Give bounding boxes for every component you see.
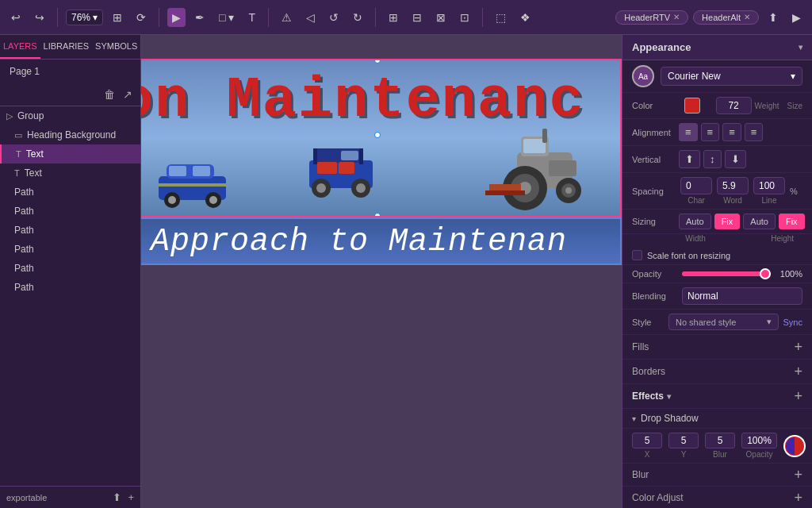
svg-point-18 [209, 196, 217, 204]
scale-font-label: Scale font on resizing [647, 251, 730, 260]
line-spacing-input[interactable] [753, 177, 785, 194]
ds-color-swatch[interactable] [783, 435, 806, 457]
pen-tool-button[interactable]: ✒ [190, 8, 209, 27]
sync-button[interactable]: Sync [783, 318, 802, 327]
add-border-button[interactable]: + [794, 364, 802, 379]
fit-screen-button[interactable]: ⊞ [108, 8, 127, 27]
ds-y-input[interactable] [668, 433, 699, 448]
vertical-top-button[interactable]: ⬆ [679, 150, 700, 168]
rotate-cw-button[interactable]: ↻ [348, 8, 367, 27]
style-select[interactable]: No shared style ▾ [668, 314, 779, 330]
delete-layer-button[interactable]: 🗑 [102, 87, 117, 102]
layer-path-1[interactable]: Path [0, 183, 140, 202]
mask-button[interactable]: ⬚ [491, 8, 511, 27]
svg-point-4 [316, 183, 326, 193]
warning-button[interactable]: ⚠ [277, 8, 297, 27]
add-fill-button[interactable]: + [794, 340, 802, 354]
rotate-ccw-button[interactable]: ↺ [324, 8, 343, 27]
font-family-select[interactable]: Courier New ▾ [661, 67, 802, 86]
tab-layers[interactable]: LAYERS [0, 35, 40, 59]
subtract-button[interactable]: ⊟ [408, 8, 427, 27]
opacity-value: 100% [777, 269, 802, 279]
align-left-button[interactable]: ≡ [679, 123, 698, 141]
right-panel: Appearance ▾ Aa Courier New ▾ Color Weig… [622, 35, 812, 508]
intersect-button[interactable]: ⊠ [431, 8, 450, 27]
layer-path-4[interactable]: Path [0, 240, 140, 259]
component-button[interactable]: ❖ [515, 8, 535, 27]
fills-label: Fills [632, 341, 649, 352]
add-color-adjust-button[interactable]: + [794, 491, 802, 505]
tab-libraries[interactable]: LIBRARIES [40, 35, 92, 59]
export-add-button[interactable]: ⬆ [113, 491, 121, 503]
svg-rect-30 [542, 129, 547, 143]
union-button[interactable]: ⊞ [384, 8, 403, 27]
svg-rect-2 [341, 151, 358, 160]
page-1-item[interactable]: Page 1 [0, 60, 140, 83]
borders-row[interactable]: Borders + [622, 360, 812, 384]
vertical-bot-button[interactable]: ⬇ [725, 150, 746, 168]
word-spacing-input[interactable] [717, 177, 749, 194]
layer-heading-bg[interactable]: ▭ Heading Background [0, 125, 140, 144]
opacity-thumb[interactable] [760, 268, 771, 279]
align-right-button[interactable]: ≡ [722, 123, 741, 141]
add-layer-button[interactable]: ↗ [121, 87, 134, 102]
layer-path-3[interactable]: Path [0, 221, 140, 240]
redo-button[interactable]: ↪ [30, 8, 49, 27]
layer-path-6-label: Path [14, 282, 34, 293]
font-size-input[interactable] [716, 97, 752, 114]
tab-headeralt[interactable]: HeaderAlt ✕ [693, 10, 759, 25]
export-icon-button[interactable]: ⬆ [764, 8, 783, 27]
layer-path-5[interactable]: Path [0, 259, 140, 278]
color-swatch[interactable] [684, 98, 700, 114]
vertical-mid-button[interactable]: ↕ [703, 150, 722, 168]
width-fix-button[interactable]: Fix [714, 214, 741, 229]
width-auto-button[interactable]: Auto [679, 214, 711, 229]
svg-rect-23 [549, 160, 576, 176]
selection-handle-mid[interactable] [374, 132, 381, 138]
blending-select[interactable]: Normal Multiply Screen Overlay [682, 287, 802, 305]
scale-font-checkbox[interactable] [632, 250, 642, 260]
select-tool-button[interactable]: ▶ [167, 8, 186, 27]
add-effect-button[interactable]: + [794, 389, 802, 403]
opacity-slider[interactable] [682, 271, 771, 276]
drop-shadow-row[interactable]: ▾ Drop Shadow [622, 409, 812, 429]
flip-h-button[interactable]: ◁ [301, 8, 320, 27]
tab-headerrtv[interactable]: HeaderRTV ✕ [615, 10, 688, 25]
selection-handle-top[interactable] [374, 59, 381, 64]
export-plus-button[interactable]: + [128, 491, 134, 503]
align-justify-button[interactable]: ≡ [745, 123, 764, 141]
layer-group[interactable]: ▷ Group [0, 106, 140, 125]
tab-headerrtv-close[interactable]: ✕ [673, 13, 680, 21]
rotate-button[interactable]: ⟳ [132, 8, 151, 27]
layer-text-1-label: Text [26, 148, 44, 160]
effects-header: Effects ▾ + [622, 384, 812, 409]
canvas-area[interactable]: on Maintenanc [141, 35, 622, 508]
layer-text-2[interactable]: T Text [0, 164, 140, 183]
ds-color-inner [786, 437, 803, 455]
undo-button[interactable]: ↩ [6, 8, 25, 27]
tab-symbols[interactable]: SYMBOLS [92, 35, 140, 59]
shape-tool-button[interactable]: □ ▾ [214, 8, 239, 27]
zoom-control[interactable]: 76% ▾ [66, 10, 103, 25]
blur-row[interactable]: Blur + [622, 464, 812, 487]
height-auto-button[interactable]: Auto [743, 214, 776, 229]
align-center-button[interactable]: ≡ [701, 123, 720, 141]
layer-group-label: Group [17, 110, 44, 121]
layer-path-2[interactable]: Path [0, 202, 140, 221]
height-fix-button[interactable]: Fix [779, 214, 805, 229]
color-adjust-row[interactable]: Color Adjust + [622, 487, 812, 508]
present-button[interactable]: ▶ [787, 8, 806, 27]
diff-button[interactable]: ⊡ [455, 8, 474, 27]
tab-headeralt-close[interactable]: ✕ [744, 13, 750, 21]
text-tool-button[interactable]: T [243, 8, 260, 27]
ds-opacity-input[interactable] [741, 433, 777, 448]
layer-path-6[interactable]: Path [0, 278, 140, 297]
fills-row[interactable]: Fills + [622, 335, 812, 360]
main-area: LAYERS LIBRARIES SYMBOLS Page 1 🗑 ↗ ▷ Gr… [0, 35, 812, 508]
char-spacing-input[interactable] [680, 177, 712, 194]
layer-text-1[interactable]: T Text [0, 144, 140, 164]
add-blur-button[interactable]: + [794, 468, 802, 482]
ds-x-input[interactable] [632, 433, 662, 448]
ds-opacity-group: Opacity [741, 433, 777, 459]
ds-blur-input[interactable] [705, 433, 735, 448]
